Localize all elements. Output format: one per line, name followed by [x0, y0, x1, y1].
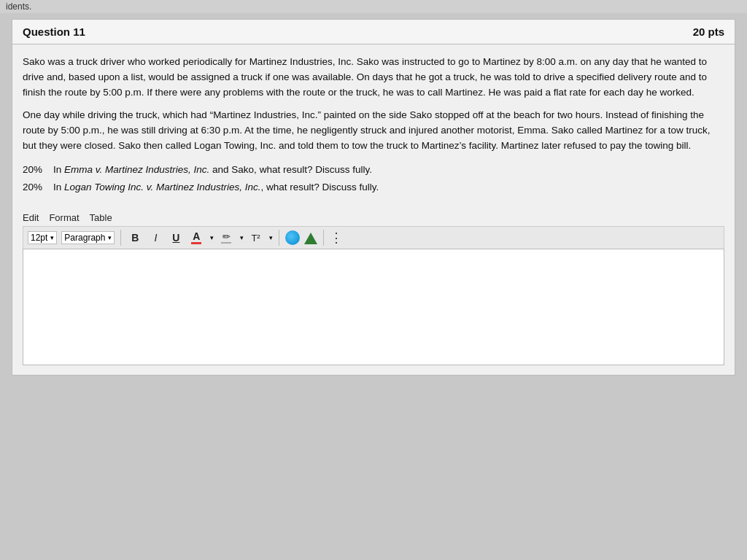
answer-area: Edit Format Table 12pt ▾ Paragraph ▾ B	[12, 205, 735, 375]
font-size-select[interactable]: 12pt ▾	[28, 231, 57, 244]
main-content: Question 11 20 pts Sako was a truck driv…	[0, 13, 747, 387]
paragraph-style-select[interactable]: Paragraph ▾	[61, 231, 115, 244]
highlight-underbar	[221, 242, 231, 244]
sub2-text: In Logan Towing Inc. v. Martinez Industr…	[53, 180, 724, 195]
superscript-chevron[interactable]: ▾	[269, 234, 273, 241]
sub1-text: In Emma v. Martinez Industries, Inc. and…	[53, 163, 724, 177]
highlight-button[interactable]: ✏	[218, 230, 234, 246]
font-size-value: 12pt	[31, 233, 47, 243]
font-color-underbar	[191, 242, 201, 244]
paragraph-chevron: ▾	[108, 234, 112, 241]
insert-link-button[interactable]	[285, 230, 300, 245]
question-points: 20 pts	[693, 26, 724, 38]
question-text: Sako was a truck driver who worked perio…	[23, 55, 724, 154]
answer-textarea[interactable]	[23, 249, 724, 365]
edit-menu[interactable]: Edit	[23, 212, 39, 223]
insert-media-button[interactable]	[304, 233, 317, 244]
italic-button[interactable]: I	[147, 231, 163, 244]
toolbar-top: Edit Format Table	[23, 212, 724, 223]
top-bar-text: idents.	[6, 1, 31, 12]
table-menu[interactable]: Table	[90, 212, 112, 223]
top-bar: idents.	[0, 0, 747, 13]
underline-button[interactable]: U	[168, 231, 184, 244]
question-header: Question 11 20 pts	[12, 20, 735, 44]
divider-1	[120, 230, 121, 246]
sub2-case: Logan Towing Inc. v. Martinez Industries…	[64, 182, 260, 192]
question-body: Sako was a truck driver who worked perio…	[12, 44, 735, 205]
paragraph-1: Sako was a truck driver who worked perio…	[23, 55, 724, 101]
sub1-case: Emma v. Martinez Industries, Inc.	[64, 164, 209, 175]
more-options-button[interactable]: ⋮	[330, 230, 344, 246]
format-menu[interactable]: Format	[49, 212, 79, 223]
question-card: Question 11 20 pts Sako was a truck driv…	[12, 19, 735, 376]
divider-3	[323, 230, 324, 246]
bold-button[interactable]: B	[127, 231, 143, 244]
font-size-chevron: ▾	[50, 234, 54, 241]
pencil-icon: ✏	[222, 232, 231, 241]
superscript-label: T²	[251, 233, 260, 244]
font-color-letter: A	[193, 231, 200, 241]
font-color-button[interactable]: A	[188, 230, 204, 246]
sub2-pct: 20%	[23, 180, 53, 195]
divider-2	[279, 230, 279, 246]
toolbar-row: 12pt ▾ Paragraph ▾ B I U A	[23, 226, 724, 249]
superscript-button[interactable]: T²	[248, 231, 263, 245]
font-color-chevron[interactable]: ▾	[210, 234, 214, 241]
sub-question-1: 20% In Emma v. Martinez Industries, Inc.…	[23, 163, 724, 177]
question-title: Question 11	[23, 26, 85, 38]
highlight-chevron[interactable]: ▾	[240, 234, 244, 241]
sub1-pct: 20%	[23, 163, 53, 177]
sub-question-2: 20% In Logan Towing Inc. v. Martinez Ind…	[23, 180, 724, 195]
paragraph-style-value: Paragraph	[64, 233, 105, 243]
paragraph-2: One day while driving the truck, which h…	[23, 108, 724, 154]
